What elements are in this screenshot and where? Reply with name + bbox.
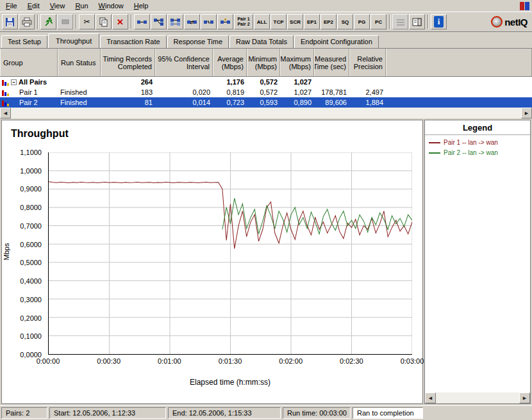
scroll-right-arrow[interactable]: ▶ bbox=[521, 108, 532, 118]
scroll-right-arrow[interactable]: ▶ bbox=[519, 392, 530, 403]
help-info-button[interactable]: i bbox=[431, 14, 447, 29]
x-tick-label: 0:03:00 bbox=[401, 357, 424, 365]
table-row-pair1[interactable]: Pair 1 Finished 183 0,020 0,819 0,572 1,… bbox=[0, 87, 532, 97]
legend-label: Pair 2 -- lan -> wan bbox=[444, 149, 498, 156]
main-area: Throughput Mbps 0,00000,10000,20000,3000… bbox=[0, 118, 532, 405]
average-cell: 0,819 bbox=[213, 87, 247, 97]
menu-file[interactable]: File bbox=[1, 1, 22, 11]
measured-time-cell: 89,606 bbox=[314, 97, 349, 108]
x-tick-label: 0:01:30 bbox=[219, 357, 242, 365]
tab-throughput[interactable]: Throughput bbox=[48, 33, 99, 48]
measured-time-cell: 178,781 bbox=[314, 87, 349, 97]
print-button[interactable] bbox=[19, 14, 35, 29]
tab-endpoint-configuration[interactable]: Endpoint Configuration bbox=[294, 35, 379, 48]
timing-records-cell: 81 bbox=[101, 97, 155, 108]
swap-endpoints-button[interactable] bbox=[184, 14, 200, 29]
filter-pc-button[interactable]: PC bbox=[370, 14, 387, 29]
pair-copy-icon bbox=[170, 18, 181, 26]
filter-ep1-button[interactable]: EP1 bbox=[304, 14, 320, 29]
col-header-run-status: Run Status bbox=[58, 49, 101, 76]
group-label: Pair 1 bbox=[19, 87, 38, 97]
add-pair-button[interactable] bbox=[134, 14, 150, 29]
copy-button[interactable] bbox=[96, 14, 112, 29]
toolbar-separator bbox=[131, 15, 132, 29]
x-tick-label: 0:02:30 bbox=[340, 357, 363, 365]
col-header-average: Average(Mbps) bbox=[213, 49, 247, 76]
add-multicast-group-button[interactable] bbox=[151, 14, 167, 29]
maximum-cell: 0,890 bbox=[280, 97, 314, 108]
confidence-cell: 0,014 bbox=[155, 97, 213, 108]
menu-run[interactable]: Run bbox=[70, 1, 93, 11]
table-hscrollbar[interactable]: ◀ ▶ bbox=[0, 108, 532, 118]
legend-items: Pair 1 -- lan -> wan Pair 2 -- lan -> wa… bbox=[425, 135, 530, 392]
legend-title: Legend bbox=[425, 120, 530, 135]
tab-test-setup[interactable]: Test Setup bbox=[1, 35, 47, 48]
stop-icon bbox=[61, 17, 70, 26]
run-test-button[interactable] bbox=[40, 14, 56, 29]
scroll-left-arrow[interactable]: ◀ bbox=[0, 108, 11, 118]
show-rows-button bbox=[392, 14, 408, 29]
x-tick-label: 0:01:00 bbox=[158, 357, 181, 365]
scroll-left-arrow[interactable]: ◀ bbox=[425, 392, 436, 403]
pair-chart-icon bbox=[1, 89, 9, 96]
filter-sq-button[interactable]: SQ bbox=[337, 14, 353, 29]
y-tick-label: 0,5000 bbox=[20, 259, 42, 266]
col-header-relative-precision: RelativePrecision bbox=[349, 49, 386, 76]
status-bar: Pairs: 2 Start: 12.05.2006, 1:12:33 End:… bbox=[0, 405, 532, 420]
group-pairs-button[interactable] bbox=[217, 14, 233, 29]
menu-window[interactable]: Window bbox=[94, 1, 129, 11]
group-cell: Pair 2 bbox=[0, 97, 58, 108]
pair1-pair2-toggle-button[interactable]: Pair 1 Pair 2 bbox=[234, 14, 253, 29]
y-tick-label: 0,3000 bbox=[20, 296, 42, 303]
pair1-line-swatch bbox=[429, 142, 440, 143]
tab-response-time[interactable]: Response Time bbox=[167, 35, 229, 48]
y-tick-label: 0,8000 bbox=[20, 204, 42, 211]
scroll-track[interactable] bbox=[11, 108, 521, 118]
chart-panel: Throughput Mbps 0,00000,10000,20000,3000… bbox=[1, 120, 423, 404]
collapse-expander-icon[interactable]: − bbox=[11, 79, 17, 85]
tab-strip: Test Setup Throughput Transaction Rate R… bbox=[0, 32, 532, 48]
maximum-cell: 1,027 bbox=[280, 87, 314, 97]
y-tick-label: 0,7000 bbox=[20, 222, 42, 230]
y-tick-label: 1,1000 bbox=[20, 149, 42, 156]
toolbar-separator bbox=[76, 15, 77, 29]
row-lines-icon bbox=[396, 18, 405, 26]
y-tick-label: 0,6000 bbox=[20, 241, 42, 248]
show-legend-button[interactable] bbox=[409, 14, 425, 29]
legend-hscrollbar[interactable]: ◀ ▶ bbox=[425, 392, 530, 403]
running-man-icon bbox=[44, 17, 54, 27]
group-label: Pair 2 bbox=[19, 97, 38, 108]
table-header-row: Group Run Status Timing RecordsCompleted… bbox=[0, 49, 532, 77]
scissors-icon: ✂ bbox=[83, 17, 90, 26]
filter-pg-button[interactable]: PG bbox=[354, 14, 370, 29]
scroll-track[interactable] bbox=[436, 392, 519, 403]
table-row-all-pairs[interactable]: − All Pairs 264 1,176 0,572 1,027 bbox=[0, 77, 532, 87]
table-row-pair2[interactable]: Pair 2 Finished 81 0,014 0,723 0,593 0,8… bbox=[0, 97, 532, 108]
tab-raw-data-totals[interactable]: Raw Data Totals bbox=[229, 35, 294, 48]
minimum-cell: 0,572 bbox=[247, 87, 280, 97]
info-icon: i bbox=[434, 16, 444, 28]
cut-button[interactable]: ✂ bbox=[79, 14, 95, 29]
link-pairs-button[interactable] bbox=[201, 14, 217, 29]
filter-all-button[interactable]: ALL bbox=[254, 14, 270, 29]
group-label: All Pairs bbox=[19, 77, 47, 87]
filter-tcp-button[interactable]: TCP bbox=[270, 14, 287, 29]
menu-view[interactable]: View bbox=[45, 1, 71, 11]
copy-pages-icon bbox=[99, 17, 108, 27]
save-button[interactable] bbox=[2, 14, 18, 29]
precision-cell bbox=[349, 77, 386, 87]
col-header-filler bbox=[386, 49, 532, 76]
legend-item-pair2[interactable]: Pair 2 -- lan -> wan bbox=[429, 149, 526, 156]
copy-pair-button[interactable] bbox=[167, 14, 183, 29]
menu-edit[interactable]: Edit bbox=[22, 1, 45, 11]
timing-records-cell: 264 bbox=[101, 77, 155, 87]
tab-transaction-rate[interactable]: Transaction Rate bbox=[100, 35, 166, 48]
minimum-cell: 0,572 bbox=[247, 77, 280, 87]
throughput-line-chart bbox=[49, 152, 412, 354]
menu-help[interactable]: Help bbox=[129, 1, 154, 11]
filter-scr-button[interactable]: SCR bbox=[287, 14, 303, 29]
filter-ep2-button[interactable]: EP2 bbox=[320, 14, 337, 29]
delete-pair-button[interactable]: ✕ bbox=[112, 14, 128, 29]
col-header-group: Group bbox=[0, 49, 58, 76]
legend-item-pair1[interactable]: Pair 1 -- lan -> wan bbox=[429, 139, 526, 146]
